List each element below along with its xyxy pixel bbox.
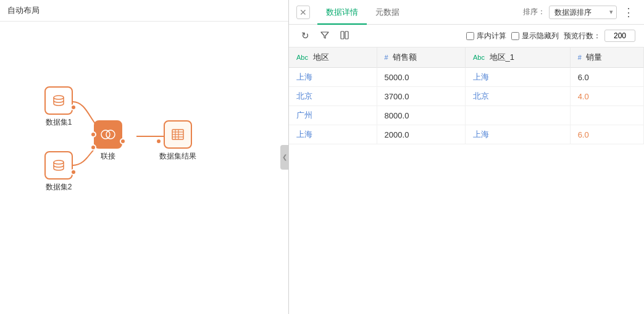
data-table: Abc 地区 # 销售额 Abc 地区_1 # 销量 (289, 48, 644, 144)
dataset1-label: 数据集1 (46, 117, 72, 128)
dataset2-icon (44, 151, 73, 180)
table-row: 上海5000.0上海6.0 (289, 68, 644, 87)
tab-metadata[interactable]: 元数据 (367, 0, 408, 25)
dataset1-out-port (70, 104, 77, 110)
canvas-title: 自动布局 (0, 0, 288, 22)
col-name-3: 销量 (586, 52, 602, 62)
node-dataset2[interactable]: 数据集2 (44, 151, 73, 192)
col-header-1: # 销售额 (377, 48, 465, 68)
join-label: 联接 (101, 151, 115, 162)
tabs-row: ✕ 数据详情 元数据 排序： 数据源排序 字母排序 列类型排序 ⋮ (289, 0, 644, 25)
col-header-3: # 销量 (570, 48, 643, 68)
data-panel: ✕ 数据详情 元数据 排序： 数据源排序 字母排序 列类型排序 ⋮ ↻ (289, 0, 644, 314)
col-header-2: Abc 地区_1 (465, 48, 570, 68)
table-cell-0-3: 6.0 (570, 68, 643, 87)
close-button[interactable]: ✕ (296, 6, 310, 19)
table-cell-2-1: 8000.0 (377, 106, 465, 125)
refresh-icon: ↻ (301, 30, 309, 41)
sort-label: 排序： (523, 7, 545, 17)
join-out-port (120, 138, 126, 144)
col-name-2: 地区_1 (490, 52, 514, 62)
table-cell-3-0: 上海 (289, 125, 377, 144)
table-cell-2-3 (570, 106, 643, 125)
show-hidden-label[interactable]: 显示隐藏列 (522, 31, 559, 41)
in-db-compute-group: 库内计算 (466, 31, 506, 41)
collapse-handle[interactable]: ❮ (280, 145, 289, 170)
col-type-2: Abc (473, 54, 485, 61)
preview-input[interactable] (604, 30, 635, 42)
svg-point-3 (106, 130, 115, 139)
table-cell-0-0: 上海 (289, 68, 377, 87)
refresh-button[interactable]: ↻ (298, 28, 312, 43)
table-cell-3-1: 2000.0 (377, 125, 465, 144)
in-db-compute-checkbox[interactable] (466, 32, 474, 40)
col-type-0: Abc (296, 54, 308, 61)
show-hidden-group: 显示隐藏列 (511, 31, 559, 41)
show-hidden-checkbox[interactable] (511, 32, 519, 40)
node-join[interactable]: 联接 (94, 120, 122, 162)
close-icon: ✕ (299, 7, 307, 17)
dataset2-out-port (70, 169, 77, 175)
dataset2-label: 数据集2 (46, 182, 72, 192)
node-result[interactable]: 数据集结果 (159, 120, 196, 162)
result-label: 数据集结果 (159, 151, 196, 162)
table-cell-2-2 (465, 106, 570, 125)
col-type-3: # (578, 54, 582, 61)
more-button[interactable]: ⋮ (621, 6, 637, 19)
preview-rows-group: 预览行数： (564, 30, 635, 42)
filter-button[interactable] (317, 28, 332, 43)
table-cell-1-3: 4.0 (570, 87, 643, 106)
table-row: 上海2000.0上海6.0 (289, 125, 644, 144)
table-cell-1-1: 3700.0 (377, 87, 465, 106)
col-header-0: Abc 地区 (289, 48, 377, 68)
table-header-row: Abc 地区 # 销售额 Abc 地区_1 # 销量 (289, 48, 644, 68)
table-row: 广州8000.0 (289, 106, 644, 125)
col-name-1: 销售额 (393, 52, 417, 62)
tab-data-detail[interactable]: 数据详情 (317, 0, 367, 25)
svg-rect-10 (341, 31, 344, 39)
in-db-compute-label[interactable]: 库内计算 (477, 31, 506, 41)
node-dataset1[interactable]: 数据集1 (44, 86, 73, 128)
join-in-port1 (90, 131, 96, 138)
table-cell-3-3: 6.0 (570, 125, 643, 144)
table-cell-3-2: 上海 (465, 125, 570, 144)
svg-point-0 (54, 96, 64, 99)
svg-point-2 (101, 130, 110, 139)
table-cell-0-2: 上海 (465, 68, 570, 87)
svg-rect-11 (345, 31, 348, 39)
sort-area: 排序： 数据源排序 字母排序 列类型排序 ⋮ (523, 6, 637, 19)
result-icon (164, 120, 192, 149)
join-in-port2 (90, 144, 96, 151)
svg-point-1 (54, 160, 64, 164)
table-cell-2-0: 广州 (289, 106, 377, 125)
table-cell-0-1: 5000.0 (377, 68, 465, 87)
dataset1-icon (44, 86, 73, 115)
table-cell-1-2: 北京 (465, 87, 570, 106)
canvas-area: 数据集1 数据集2 (0, 22, 288, 313)
table-container: Abc 地区 # 销售额 Abc 地区_1 # 销量 (289, 48, 644, 314)
collapse-icon: ❮ (282, 154, 287, 160)
table-row: 北京3700.0北京4.0 (289, 87, 644, 106)
join-icon (94, 120, 122, 149)
result-in-port (156, 138, 162, 144)
col-name-0: 地区 (313, 52, 329, 62)
columns-button[interactable] (337, 28, 352, 43)
toolbar-row: ↻ 库内计算 显示隐藏列 预览行 (289, 25, 644, 48)
canvas-panel: 自动布局 数据集1 (0, 0, 289, 314)
sort-select[interactable]: 数据源排序 字母排序 列类型排序 (549, 6, 617, 19)
col-type-1: # (385, 54, 388, 61)
columns-icon (340, 31, 349, 41)
filter-icon (320, 31, 329, 41)
flow-connections (0, 22, 288, 313)
sort-select-wrap: 数据源排序 字母排序 列类型排序 (549, 6, 617, 19)
preview-label: 预览行数： (564, 31, 601, 41)
table-cell-1-0: 北京 (289, 87, 377, 106)
